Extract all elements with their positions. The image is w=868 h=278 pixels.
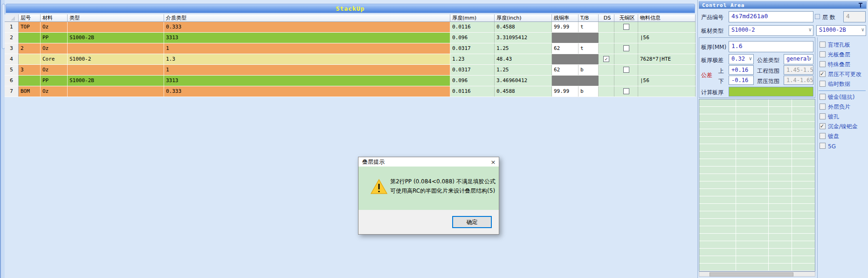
material-info-cell[interactable]: [638, 22, 696, 32]
table-row[interactable]: 5 3 Oz 1 0.0317 1.25 62 b: [5, 65, 696, 76]
thickness-inch-cell[interactable]: 1.25: [495, 65, 552, 75]
no-copper-cell[interactable]: [614, 76, 638, 86]
material-info-cell[interactable]: [638, 86, 696, 97]
medium-cell[interactable]: 0.333: [164, 22, 450, 32]
no-copper-cell[interactable]: [614, 43, 638, 54]
pin-icon[interactable]: [859, 3, 862, 7]
table-row[interactable]: 4 Core S1000-2 1.3 1.23 48.43 7628*7|HTE: [5, 54, 696, 65]
material-info-cell[interactable]: [638, 43, 696, 54]
thickness-mm-cell[interactable]: 0.0116: [450, 86, 495, 97]
option-checkbox-item[interactable]: 镀盘: [818, 132, 868, 141]
no-copper-checkbox[interactable]: [623, 24, 629, 30]
checkbox-icon[interactable]: [820, 61, 826, 67]
row-number-cell[interactable]: 1: [5, 22, 19, 32]
medium-cell[interactable]: 3313: [164, 33, 450, 43]
checkbox-icon[interactable]: [820, 94, 826, 100]
no-copper-checkbox[interactable]: [623, 88, 629, 94]
type-cell[interactable]: S1000-2B: [68, 33, 164, 43]
thickness-range-dropdown[interactable]: 0.32∨: [729, 54, 754, 64]
layer-cell[interactable]: BOM: [19, 86, 41, 97]
no-copper-cell[interactable]: [614, 86, 638, 97]
checkbox-icon[interactable]: [820, 123, 826, 129]
product-number-input[interactable]: 4s7md261a0: [729, 11, 813, 22]
checkbox-icon[interactable]: [820, 104, 826, 110]
tb-cell[interactable]: t: [579, 43, 599, 54]
checkbox-icon[interactable]: [820, 133, 826, 139]
option-checkbox-item[interactable]: 光板叠层: [818, 50, 868, 60]
col-header-thickness-inch[interactable]: 厚度(inch): [495, 14, 552, 21]
row-number-cell[interactable]: 6: [5, 76, 19, 86]
no-copper-cell[interactable]: [614, 54, 638, 64]
layer-cell[interactable]: 3: [19, 65, 41, 75]
layer-cell[interactable]: TOP: [19, 22, 41, 32]
option-checkbox-item[interactable]: 层压不可更改: [818, 70, 868, 79]
medium-cell[interactable]: 0.333: [164, 86, 450, 97]
ds-cell[interactable]: [599, 76, 614, 86]
checkbox-icon[interactable]: [820, 81, 826, 87]
no-copper-cell[interactable]: [614, 22, 638, 32]
layer-cell[interactable]: [19, 33, 41, 43]
ds-cell[interactable]: [599, 43, 614, 54]
medium-cell[interactable]: 1.3: [164, 54, 450, 64]
type-cell[interactable]: S1000-2B: [68, 76, 164, 86]
table-row[interactable]: 7 BOM Oz 0.333 0.0116 0.4588 99.99 b: [5, 86, 696, 97]
scrollbar-thumb[interactable]: [710, 272, 793, 277]
checkbox-icon[interactable]: [820, 71, 826, 77]
thickness-inch-cell[interactable]: 0.4588: [495, 22, 552, 32]
col-header-no-copper[interactable]: 无铜区: [614, 14, 638, 21]
layer-cell[interactable]: 2: [19, 43, 41, 54]
material-cell[interactable]: Oz: [41, 86, 68, 97]
material-cell[interactable]: Oz: [41, 43, 68, 54]
tb-cell[interactable]: t: [579, 22, 599, 32]
tb-cell[interactable]: [579, 33, 599, 43]
material-cell[interactable]: PP: [41, 33, 68, 43]
thickness-mm-cell[interactable]: 1.23: [450, 54, 495, 64]
material-info-cell[interactable]: 7628*7|HTE: [638, 54, 696, 64]
option-checkbox-item[interactable]: 外层负片: [818, 102, 868, 112]
thickness-inch-cell[interactable]: 3.31095412: [495, 33, 552, 43]
select-all-cell[interactable]: [5, 14, 19, 21]
type-cell[interactable]: [68, 86, 164, 97]
thickness-inch-cell[interactable]: 3.46960412: [495, 76, 552, 86]
thickness-inch-cell[interactable]: 0.4588: [495, 86, 552, 97]
result-grid[interactable]: [699, 99, 815, 271]
option-checkbox-item[interactable]: 镀金(阻抗): [818, 92, 868, 102]
col-header-layer[interactable]: 层号: [19, 14, 41, 21]
lower-tolerance-input[interactable]: -0.16: [729, 76, 754, 85]
thickness-mm-cell[interactable]: 0.096: [450, 33, 495, 43]
checkbox-icon[interactable]: [820, 42, 826, 48]
material-cell[interactable]: PP: [41, 76, 68, 86]
type-cell[interactable]: [68, 43, 164, 54]
thickness-inch-cell[interactable]: 48.43: [495, 54, 552, 64]
type-cell[interactable]: [68, 22, 164, 32]
thickness-mm-cell[interactable]: 0.0317: [450, 43, 495, 54]
table-row[interactable]: 3 2 Oz 1 0.0317 1.25 62 t: [5, 43, 696, 54]
thickness-mm-cell[interactable]: 0.096: [450, 76, 495, 86]
medium-cell[interactable]: 1: [164, 43, 450, 54]
thickness-inch-cell[interactable]: 1.25: [495, 43, 552, 54]
option-checkbox-item[interactable]: 盲埋孔板: [818, 40, 868, 50]
no-copper-cell[interactable]: [614, 65, 638, 75]
material-cell[interactable]: Oz: [41, 22, 68, 32]
ds-cell[interactable]: [599, 54, 614, 64]
thickness-mm-cell[interactable]: 0.0317: [450, 65, 495, 75]
material-info-cell[interactable]: [638, 65, 696, 75]
col-header-material[interactable]: 材料: [41, 14, 68, 21]
checkbox-icon[interactable]: [820, 113, 826, 119]
option-checkbox-item[interactable]: 特殊叠层: [818, 60, 868, 70]
medium-cell[interactable]: 3313: [164, 76, 450, 86]
thickness-mm-cell[interactable]: 0.0116: [450, 22, 495, 32]
col-header-thickness-mm[interactable]: 厚度(mm): [450, 14, 495, 21]
col-header-material-info[interactable]: 物料信息: [638, 14, 696, 21]
tb-cell[interactable]: [579, 76, 599, 86]
tb-cell[interactable]: [579, 54, 599, 64]
col-header-tb[interactable]: T/B: [579, 14, 599, 21]
copper-ratio-cell[interactable]: 62: [552, 43, 579, 54]
option-checkbox-item[interactable]: 5G: [818, 141, 868, 151]
tolerance-type-dropdown[interactable]: general∨: [784, 54, 813, 64]
medium-cell[interactable]: 1: [164, 65, 450, 75]
type-cell[interactable]: [68, 65, 164, 75]
type-cell[interactable]: S1000-2: [68, 54, 164, 64]
copper-ratio-cell[interactable]: [552, 54, 579, 64]
board-type-dropdown[interactable]: S1000-2∨: [729, 25, 813, 36]
